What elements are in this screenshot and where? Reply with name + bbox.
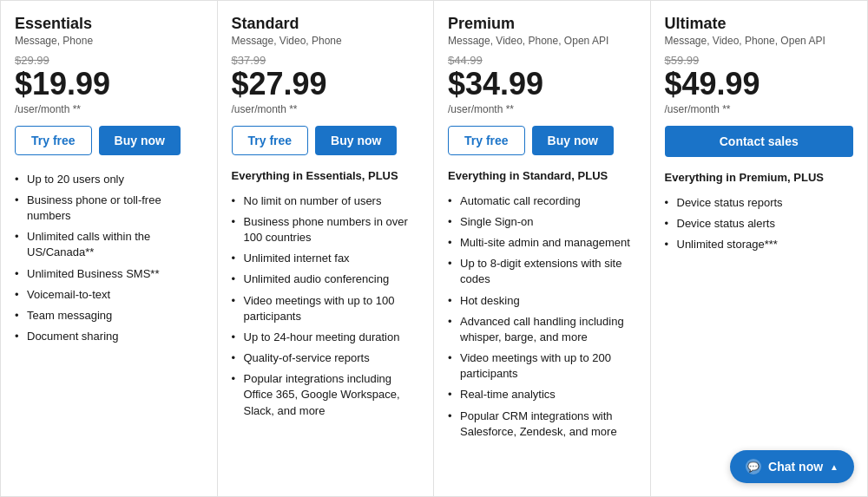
list-item: Automatic call recording (448, 191, 636, 212)
standard-highlight: Everything in Essentials, PLUS (232, 169, 420, 182)
plan-premium-current-price: $34.99 (448, 67, 636, 101)
premium-feature-list: Automatic call recording Single Sign-on … (448, 191, 636, 442)
list-item: Unlimited Business SMS** (15, 264, 203, 284)
plan-standard-subtitle: Message, Video, Phone (232, 35, 420, 47)
essentials-feature-list: Up to 20 users only Business phone or to… (15, 169, 203, 348)
chat-now-button[interactable]: 💬 Chat now ▲ (730, 450, 854, 483)
premium-highlight: Everything in Standard, PLUS (448, 169, 636, 182)
plan-premium-subtitle: Message, Video, Phone, Open API (448, 35, 636, 47)
list-item: Unlimited internet fax (232, 248, 420, 269)
pricing-grid: Essentials Message, Phone $29.99 $19.99 … (0, 0, 868, 497)
essentials-try-button[interactable]: Try free (15, 126, 92, 155)
list-item: Multi-site admin and management (448, 232, 636, 253)
list-item: Unlimited audio conferencing (232, 269, 420, 290)
plan-essentials-current-price: $19.99 (15, 67, 203, 101)
essentials-buy-button[interactable]: Buy now (99, 126, 181, 155)
premium-try-button[interactable]: Try free (448, 126, 525, 155)
plan-premium-original-price: $44.99 (448, 54, 636, 67)
plan-essentials-name: Essentials (15, 15, 203, 33)
plan-essentials-original-price: $29.99 (15, 54, 203, 67)
plan-standard-original-price: $37.99 (232, 54, 420, 67)
plan-essentials-price-suffix: /user/month ** (15, 103, 203, 115)
list-item: Device status alerts (665, 213, 854, 234)
plan-ultimate-current-price: $49.99 (665, 67, 854, 101)
ultimate-contact-button[interactable]: Contact sales (665, 126, 854, 157)
list-item: Popular integrations including Office 36… (232, 369, 420, 422)
standard-feature-list: No limit on number of users Business pho… (232, 191, 420, 422)
chat-now-label: Chat now (768, 460, 823, 474)
ultimate-highlight: Everything in Premium, PLUS (665, 171, 854, 184)
list-item: Team messaging (15, 305, 203, 326)
plan-essentials-subtitle: Message, Phone (15, 35, 203, 47)
plan-essentials: Essentials Message, Phone $29.99 $19.99 … (1, 1, 218, 496)
chat-icon: 💬 (746, 459, 761, 474)
plan-ultimate: Ultimate Message, Video, Phone, Open API… (651, 1, 868, 496)
list-item: Hot desking (448, 291, 636, 311)
list-item: Single Sign-on (448, 212, 636, 232)
ultimate-feature-list: Device status reports Device status aler… (665, 193, 854, 256)
list-item: Real-time analytics (448, 384, 636, 405)
list-item: Voicemail-to-text (15, 284, 203, 305)
list-item: Up to 24-hour meeting duration (232, 327, 420, 348)
list-item: Quality-of-service reports (232, 348, 420, 369)
list-item: Video meetings with up to 200 participan… (448, 348, 636, 384)
list-item: Popular CRM integrations with Salesforce… (448, 406, 636, 442)
plan-premium-btn-row: Try free Buy now (448, 126, 636, 155)
plan-premium-name: Premium (448, 15, 636, 33)
plan-standard-price-suffix: /user/month ** (232, 103, 420, 115)
list-item: Up to 8-digit extensions with site codes (448, 253, 636, 290)
list-item: Unlimited calls within the US/Canada** (15, 226, 203, 263)
plan-ultimate-price-suffix: /user/month ** (665, 103, 854, 115)
plan-standard: Standard Message, Video, Phone $37.99 $2… (218, 1, 435, 496)
plan-standard-btn-row: Try free Buy now (232, 126, 420, 155)
plan-ultimate-subtitle: Message, Video, Phone, Open API (665, 35, 854, 47)
list-item: Business phone numbers in over 100 count… (232, 212, 420, 248)
plan-standard-current-price: $27.99 (232, 67, 420, 101)
plan-essentials-btn-row: Try free Buy now (15, 126, 203, 155)
list-item: Device status reports (665, 193, 854, 213)
plan-premium-price-suffix: /user/month ** (448, 103, 636, 115)
list-item: Unlimited storage*** (665, 234, 854, 255)
plan-premium: Premium Message, Video, Phone, Open API … (434, 1, 651, 496)
standard-try-button[interactable]: Try free (232, 126, 309, 155)
standard-buy-button[interactable]: Buy now (315, 126, 397, 155)
plan-ultimate-original-price: $59.99 (665, 54, 854, 67)
chevron-up-icon: ▲ (830, 462, 838, 472)
premium-buy-button[interactable]: Buy now (532, 126, 614, 155)
list-item: No limit on number of users (232, 191, 420, 212)
list-item: Business phone or toll-free numbers (15, 190, 203, 226)
plan-ultimate-name: Ultimate (665, 15, 854, 33)
list-item: Up to 20 users only (15, 169, 203, 190)
list-item: Advanced call handling including whisper… (448, 311, 636, 348)
list-item: Document sharing (15, 326, 203, 347)
list-item: Video meetings with up to 100 participan… (232, 291, 420, 327)
plan-standard-name: Standard (232, 15, 420, 33)
